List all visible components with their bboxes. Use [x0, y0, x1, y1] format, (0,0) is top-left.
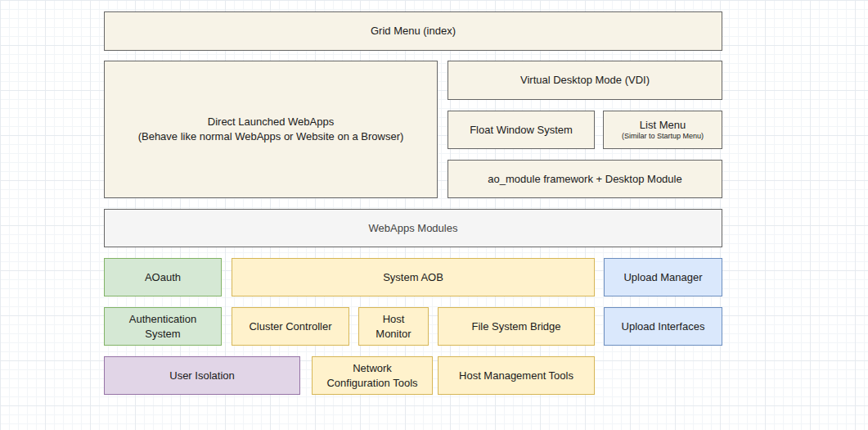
- node-upload-manager: Upload Manager: [604, 258, 722, 296]
- node-label: Virtual Desktop Mode (VDI): [520, 73, 650, 88]
- node-label: List Menu: [640, 118, 686, 133]
- node-label: WebApps Modules: [369, 221, 458, 236]
- node-label: Direct Launched WebApps (Behave like nor…: [138, 115, 404, 143]
- node-list-menu: List Menu(Similar to Startup Menu): [603, 111, 722, 149]
- node-authentication-system: Authentication System: [104, 307, 222, 346]
- node-label: Upload Manager: [623, 270, 702, 285]
- node-aoauth: AOauth: [104, 258, 222, 296]
- node-label: ao_module framework + Desktop Module: [488, 172, 681, 187]
- node-label: AOauth: [145, 270, 181, 285]
- node-label: Float Window System: [470, 123, 573, 138]
- node-label: Authentication System: [129, 312, 196, 341]
- node-label: Host Management Tools: [459, 369, 573, 383]
- node-user-isolation: User Isolation: [104, 356, 300, 395]
- node-label: Host Monitor: [376, 312, 411, 341]
- node-float-window-system: Float Window System: [447, 111, 595, 149]
- node-network-configuration-tools: Network Configuration Tools: [312, 356, 433, 395]
- node-cluster-controller: Cluster Controller: [232, 307, 349, 346]
- node-label: System AOB: [383, 270, 443, 285]
- node-ao-module-framework: ao_module framework + Desktop Module: [447, 160, 722, 198]
- node-file-system-bridge: File System Bridge: [438, 307, 595, 346]
- node-host-monitor: Host Monitor: [358, 307, 429, 346]
- node-system-aob: System AOB: [232, 258, 595, 296]
- node-label: Grid Menu (index): [371, 24, 456, 38]
- diagram-canvas: Grid Menu (index)Direct Launched WebApps…: [0, 0, 868, 430]
- node-sublabel: (Similar to Startup Menu): [622, 132, 704, 142]
- node-grid-menu: Grid Menu (index): [104, 11, 722, 51]
- node-label: Network Configuration Tools: [326, 361, 417, 390]
- node-label: File System Bridge: [471, 319, 560, 334]
- node-label: Upload Interfaces: [622, 319, 705, 334]
- node-label: User Isolation: [169, 369, 234, 383]
- node-upload-interfaces: Upload Interfaces: [604, 307, 722, 346]
- node-virtual-desktop-mode: Virtual Desktop Mode (VDI): [447, 61, 722, 100]
- node-host-management-tools: Host Management Tools: [438, 356, 595, 395]
- node-webapps-modules: WebApps Modules: [104, 209, 722, 247]
- node-label: Cluster Controller: [249, 319, 331, 334]
- node-direct-launched-webapps: Direct Launched WebApps (Behave like nor…: [104, 61, 438, 198]
